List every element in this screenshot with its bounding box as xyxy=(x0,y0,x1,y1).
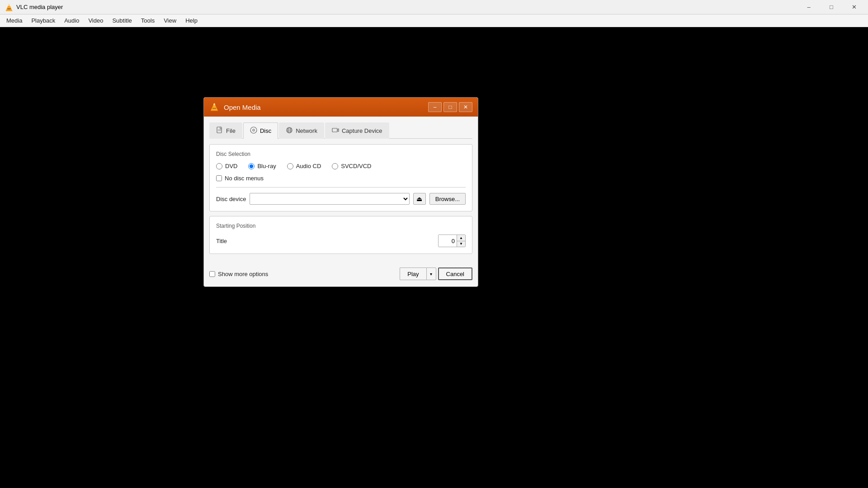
capture-tab-label: Capture Device xyxy=(342,127,382,134)
no-disc-menus-checkbox[interactable] xyxy=(216,175,222,181)
dialog-maximize-button[interactable]: □ xyxy=(443,102,457,112)
tab-bar: File Disc Network xyxy=(209,122,472,139)
show-more-options-checkbox[interactable] xyxy=(209,271,215,277)
menu-subtitle[interactable]: Subtitle xyxy=(108,15,136,26)
no-disc-menus-label: No disc menus xyxy=(225,175,264,182)
bluray-radio[interactable] xyxy=(248,163,255,169)
disc-device-row: Disc device ⏏ Browse... xyxy=(216,193,466,205)
title-label: Title xyxy=(216,238,227,244)
svcdvcd-label: SVCD/VCD xyxy=(341,163,371,169)
dialog-content: File Disc Network xyxy=(204,117,478,264)
svg-rect-6 xyxy=(212,108,216,109)
spinbox-controls: ▲ ▼ xyxy=(457,235,465,247)
starting-position-title: Starting Position xyxy=(216,223,466,229)
open-media-dialog: Open Media – □ ✕ File Disc xyxy=(203,97,478,287)
close-button[interactable]: ✕ xyxy=(844,1,864,13)
dialog-title: Open Media xyxy=(224,103,426,111)
menu-video[interactable]: Video xyxy=(84,15,108,26)
disc-type-radio-group: DVD Blu-ray Audio CD SVCD/VCD xyxy=(216,163,466,169)
menu-help[interactable]: Help xyxy=(181,15,202,26)
tab-disc[interactable]: Disc xyxy=(243,122,278,139)
show-more-options-label: Show more options xyxy=(218,271,268,277)
show-more-options-row: Show more options xyxy=(209,271,268,277)
svcdvcd-radio-item[interactable]: SVCD/VCD xyxy=(332,163,371,169)
svg-rect-19 xyxy=(332,128,337,132)
no-disc-menus-item[interactable]: No disc menus xyxy=(216,175,466,182)
eject-button[interactable]: ⏏ xyxy=(413,193,426,205)
menu-media[interactable]: Media xyxy=(2,15,27,26)
disc-device-select[interactable] xyxy=(250,193,409,205)
network-tab-icon xyxy=(286,127,293,135)
dvd-radio-item[interactable]: DVD xyxy=(216,163,237,169)
tab-file[interactable]: File xyxy=(209,122,242,139)
play-dropdown-button[interactable]: ▾ xyxy=(426,267,436,280)
divider xyxy=(216,187,466,188)
dvd-radio[interactable] xyxy=(216,163,222,169)
title-spinbox: ▲ ▼ xyxy=(438,235,466,247)
app-title: VLC media player xyxy=(16,4,63,10)
menu-tools[interactable]: Tools xyxy=(137,15,159,26)
main-area: Open Media – □ ✕ File Disc xyxy=(0,27,868,488)
disc-selection-title: Disc Selection xyxy=(216,151,466,157)
menu-playback[interactable]: Playback xyxy=(27,15,60,26)
play-button[interactable]: Play xyxy=(400,267,426,280)
tab-capture-device[interactable]: Capture Device xyxy=(325,122,389,139)
dvd-label: DVD xyxy=(225,163,237,169)
tab-network[interactable]: Network xyxy=(279,122,324,139)
spinbox-up-button[interactable]: ▲ xyxy=(457,235,465,241)
window-controls: – □ ✕ xyxy=(798,1,864,13)
disc-device-label: Disc device xyxy=(216,196,246,202)
spinbox-down-button[interactable]: ▼ xyxy=(457,241,465,247)
play-button-group: Play ▾ xyxy=(400,267,436,280)
disc-selection-panel: Disc Selection DVD Blu-ray Audio CD xyxy=(209,144,472,211)
vlc-app-icon xyxy=(5,3,13,11)
dialog-titlebar: Open Media – □ ✕ xyxy=(204,98,478,117)
svg-rect-2 xyxy=(7,8,11,9)
maximize-button[interactable]: □ xyxy=(821,1,842,13)
title-bar: VLC media player – □ ✕ xyxy=(0,0,868,14)
play-dropdown-icon: ▾ xyxy=(430,272,432,277)
title-spinbox-input[interactable] xyxy=(439,235,457,247)
dialog-close-button[interactable]: ✕ xyxy=(459,102,472,112)
dialog-bottom: Show more options Play ▾ Cancel xyxy=(204,264,478,286)
audiocd-radio[interactable] xyxy=(287,163,293,169)
menu-view[interactable]: View xyxy=(159,15,181,26)
starting-position-row: Title ▲ ▼ xyxy=(216,235,466,247)
bluray-radio-item[interactable]: Blu-ray xyxy=(248,163,276,169)
bluray-label: Blu-ray xyxy=(257,163,276,169)
dialog-vlc-icon xyxy=(209,102,219,112)
browse-button[interactable]: Browse... xyxy=(429,193,466,205)
audiocd-label: Audio CD xyxy=(296,163,321,169)
starting-position-panel: Starting Position Title ▲ ▼ xyxy=(209,216,472,254)
svg-point-7 xyxy=(213,103,215,105)
disc-tab-icon xyxy=(250,127,257,135)
minimize-button[interactable]: – xyxy=(798,1,819,13)
capture-tab-icon xyxy=(332,127,339,135)
svg-point-13 xyxy=(253,130,254,131)
menu-bar: Media Playback Audio Video Subtitle Tool… xyxy=(0,14,868,27)
svg-point-3 xyxy=(8,4,10,6)
dialog-action-buttons: Play ▾ Cancel xyxy=(400,267,472,280)
file-tab-icon xyxy=(216,127,223,135)
audiocd-radio-item[interactable]: Audio CD xyxy=(287,163,321,169)
dialog-minimize-button[interactable]: – xyxy=(428,102,442,112)
menu-audio[interactable]: Audio xyxy=(60,15,84,26)
eject-icon: ⏏ xyxy=(416,195,422,202)
disc-tab-label: Disc xyxy=(260,127,271,134)
cancel-button[interactable]: Cancel xyxy=(438,267,472,280)
network-tab-label: Network xyxy=(296,127,317,134)
svcdvcd-radio[interactable] xyxy=(332,163,338,169)
file-tab-label: File xyxy=(226,127,236,134)
